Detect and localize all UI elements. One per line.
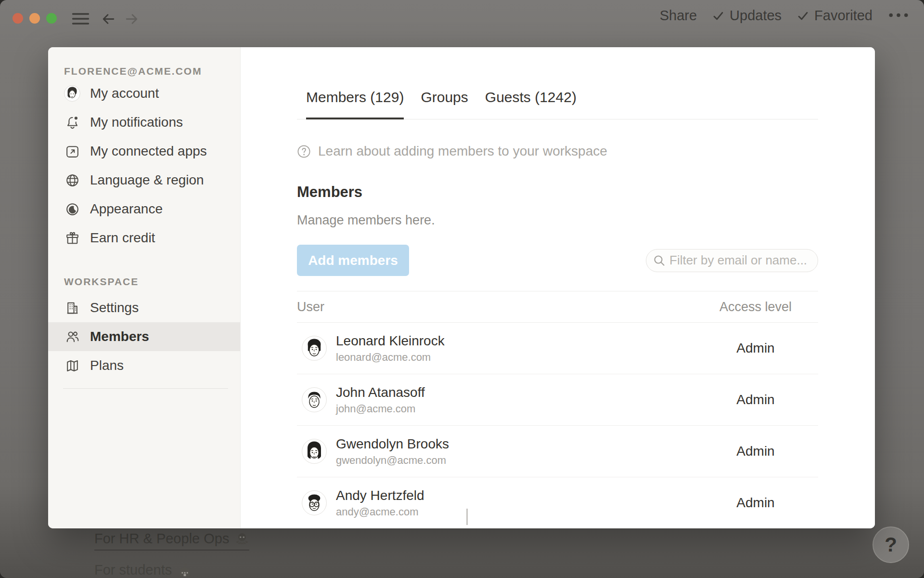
sidebar-item-earn-credit[interactable]: Earn credit [48,223,240,252]
school-emoji [178,563,192,578]
access-level-dropdown[interactable]: Admin [693,495,818,511]
member-info: Gwendolyn Brooksgwendolyn@acme.com [336,436,693,466]
question-circle-icon [297,144,311,158]
search-icon [653,254,666,267]
section-title: Members [297,184,818,200]
sidebar-item-appearance[interactable]: Appearance [48,195,240,223]
toolbar-action-favorited[interactable]: Favorited [796,8,873,24]
check-icon [796,9,809,22]
octopus-emoji [235,532,249,546]
forward-button[interactable] [124,12,139,28]
tab-members-129[interactable]: Members (129) [306,89,404,119]
workspace-header: WORKSPACE [48,274,240,289]
screen: ShareUpdatesFavorited For HR & People Op… [0,0,924,578]
tab-guests-1242[interactable]: Guests (1242) [485,89,577,119]
sidebar-item-label: My account [90,86,159,101]
close-button[interactable] [13,13,23,24]
table-row: Leonard Kleinrockleonard@acme.comAdmin [297,323,818,374]
member-name: John Atanasoff [336,385,693,400]
sidebar-item-label: My connected apps [90,144,207,159]
table-row: John Atanasoffjohn@acme.comAdmin [297,374,818,426]
toolbar-action-label: Favorited [814,8,873,24]
check-icon [712,9,725,22]
map-icon [64,357,80,374]
avatar-florence [64,85,80,102]
member-name: Leonard Kleinrock [336,333,693,348]
members-content: Members (129)GroupsGuests (1242) Learn a… [241,47,875,528]
traffic-lights [13,13,57,24]
globe-icon [64,172,80,188]
toolbar-action-updates[interactable]: Updates [712,8,782,24]
back-arrow-icon [101,12,116,28]
background-link-for-students: For students [94,562,192,578]
sidebar-item-members[interactable]: Members [48,322,240,351]
minimize-button[interactable] [29,13,40,24]
sidebar-toggle-button[interactable] [72,12,90,28]
sidebar-item-my-connected-apps[interactable]: My connected apps [48,137,240,166]
background-link-label: For students [94,562,172,578]
sidebar-workspace-items: SettingsMembersPlans [48,293,240,380]
sidebar-item-label: My notifications [90,115,183,130]
sidebar-item-plans[interactable]: Plans [48,351,240,380]
sidebar-item-my-account[interactable]: My account [48,79,240,108]
back-button[interactable] [101,12,116,28]
section-subtitle: Manage members here. [297,213,818,227]
sidebar-item-label: Settings [90,300,139,315]
learn-link-label: Learn about adding members to your works… [318,144,607,159]
toolbar-action-label: Share [660,8,697,24]
member-avatar [302,336,327,361]
sidebar-divider [63,388,228,389]
external-link-icon [64,143,80,159]
member-email: leonard@acme.com [336,351,693,363]
member-avatar [302,439,327,464]
table-header: User Access level [297,291,818,323]
learn-link[interactable]: Learn about adding members to your works… [297,144,607,159]
sidebar-item-label: Members [90,329,149,344]
member-avatar [302,387,327,412]
member-info: Leonard Kleinrockleonard@acme.com [336,333,693,363]
text-cursor [466,509,468,525]
people-icon [64,328,80,345]
moon-icon [64,201,80,217]
toolbar-action-share[interactable]: Share [660,8,697,24]
filter-container [646,249,818,272]
table-row: Andy Hertzfeldandy@acme.comAdmin [297,477,818,528]
member-email: andy@acme.com [336,506,693,518]
member-email: john@acme.com [336,403,693,415]
column-header-user: User [297,300,693,315]
sidebar-item-settings[interactable]: Settings [48,293,240,322]
access-level-dropdown[interactable]: Admin [693,341,818,356]
member-name: Gwendolyn Brooks [336,436,693,451]
member-info: Andy Hertzfeldandy@acme.com [336,488,693,518]
hamburger-icon [72,12,90,28]
members-table: User Access level Leonard Kleinrockleona… [297,291,818,528]
help-button[interactable]: ? [873,526,909,563]
settings-sidebar: FLORENCE@ACME.COM My accountMy notificat… [48,47,241,528]
toolbar-actions: ShareUpdatesFavorited [660,0,910,31]
more-options-button[interactable] [887,8,910,23]
sidebar-item-my-notifications[interactable]: My notifications [48,108,240,137]
sidebar-account-items: My accountMy notificationsMy connected a… [48,79,240,252]
actions-row: Add members [297,245,818,276]
tab-groups[interactable]: Groups [421,89,468,119]
background-links: For HR & People OpsFor students [94,531,249,578]
sidebar-item-label: Earn credit [90,230,155,246]
toolbar-action-label: Updates [730,8,782,24]
table-row: Gwendolyn Brooksgwendolyn@acme.comAdmin [297,426,818,477]
gift-icon [64,230,80,246]
window-toolbar: ShareUpdatesFavorited [0,0,924,31]
zoom-button[interactable] [46,13,57,24]
question-mark-label: ? [885,533,897,556]
add-members-button[interactable]: Add members [297,245,409,276]
column-header-access-level: Access level [693,300,818,315]
building-icon [64,300,80,316]
access-level-dropdown[interactable]: Admin [693,392,818,407]
filter-input[interactable] [646,249,818,272]
bell-icon [64,114,80,131]
background-link-for-hr-people-ops: For HR & People Ops [94,531,249,551]
member-email: gwendolyn@acme.com [336,454,693,466]
access-level-dropdown[interactable]: Admin [693,444,818,459]
ellipsis-icon [888,11,909,20]
settings-modal: FLORENCE@ACME.COM My accountMy notificat… [48,47,875,528]
sidebar-item-language-region[interactable]: Language & region [48,166,240,195]
